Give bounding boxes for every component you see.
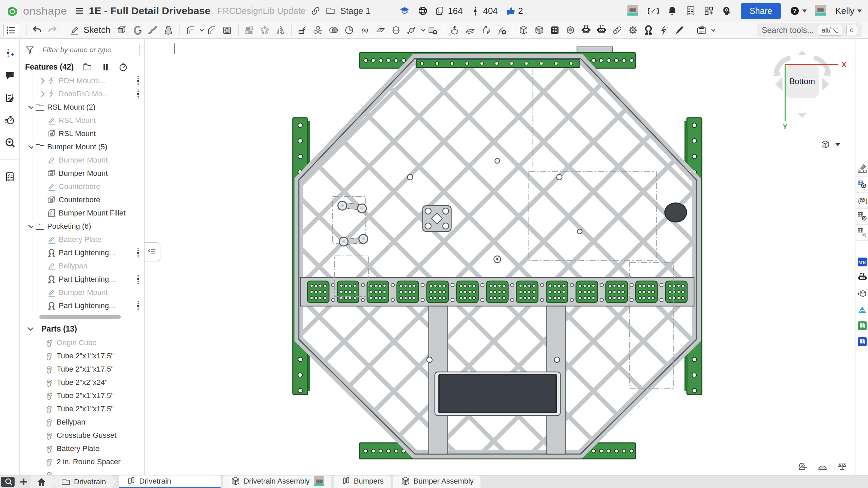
- filter-input[interactable]: [38, 43, 140, 57]
- mirror-tool-button[interactable]: [273, 23, 288, 37]
- feature-row[interactable]: Battery Plate: [20, 233, 144, 246]
- sketch-tool-button[interactable]: [67, 23, 83, 37]
- document-tab-drivetrain[interactable]: Drivetrain: [119, 475, 221, 488]
- chevron-right-icon[interactable]: [36, 89, 46, 99]
- chevron-down-icon[interactable]: [24, 221, 35, 232]
- robot-tool-button[interactable]: [594, 23, 610, 37]
- spark-tool-button[interactable]: [657, 23, 672, 37]
- document-tab-bumpers[interactable]: Bumpers: [334, 475, 391, 488]
- moveface-tool-button[interactable]: [478, 23, 494, 37]
- document-tab-drivetrain-assembly[interactable]: Drivetrain Assembly: [223, 475, 331, 488]
- circpat-tool-button[interactable]: [257, 23, 273, 37]
- cube-tool-button[interactable]: [516, 23, 532, 37]
- link-icon[interactable]: [310, 5, 320, 16]
- palette-panel-icon[interactable]: [855, 161, 868, 177]
- drag-handle-icon[interactable]: [136, 75, 140, 86]
- robot-panel-icon[interactable]: [855, 270, 868, 286]
- feature-row[interactable]: RoboRIO Mo...: [20, 87, 144, 100]
- document-tab-bumper-assembly[interactable]: Bumper Assembly: [393, 475, 480, 488]
- drag-handle-icon[interactable]: [136, 300, 140, 311]
- drag-handle-icon[interactable]: [136, 89, 140, 99]
- linpat-tool-button[interactable]: [242, 23, 257, 37]
- triangle-panel-icon[interactable]: [855, 302, 868, 318]
- share-button[interactable]: Share: [741, 3, 781, 19]
- feature-row[interactable]: Counterbore: [20, 193, 144, 206]
- model-viewport[interactable]: Bottom X Y: [145, 39, 855, 475]
- clamp-tool-button[interactable]: [641, 23, 657, 37]
- configcube-panel-icon[interactable]: {}: [855, 193, 868, 209]
- cubes3-tool-button[interactable]: [310, 23, 326, 37]
- tree-tool-button[interactable]: [3, 23, 19, 37]
- suppress-pause-icon[interactable]: [100, 61, 110, 72]
- sketch-tool-label[interactable]: Sketch: [83, 25, 111, 35]
- horizontal-scrollbar[interactable]: [39, 315, 121, 319]
- versions-count[interactable]: 404: [470, 5, 497, 16]
- feature-list-flyout-toggle[interactable]: [145, 242, 160, 261]
- sweep-tool-button[interactable]: [145, 23, 161, 37]
- feature-row[interactable]: RSL Mount (2): [20, 100, 144, 114]
- bookgreen-panel-icon[interactable]: [855, 318, 868, 334]
- chevron-down-icon[interactable]: [196, 25, 204, 36]
- protractor-icon[interactable]: [817, 462, 827, 472]
- part-row[interactable]: [20, 468, 144, 475]
- part-row[interactable]: Tube 2"x1"x17.5": [20, 349, 144, 362]
- drag-handle-icon[interactable]: [136, 274, 140, 285]
- featurescript-braces-icon[interactable]: {✓}: [648, 5, 659, 16]
- feature-row[interactable]: Bellypan: [20, 259, 144, 273]
- feature-row[interactable]: Bumper Mount Fillet: [20, 206, 144, 220]
- tablecube-panel-icon[interactable]: [855, 177, 868, 193]
- belt-tool-button[interactable]: [610, 23, 625, 37]
- feature-row[interactable]: Part Lightening...: [20, 246, 144, 259]
- tape-measure-icon[interactable]: [797, 462, 808, 472]
- part-row[interactable]: Bellypan: [20, 415, 144, 429]
- boolean-tool-button[interactable]: [326, 23, 342, 37]
- feature-row[interactable]: RSL Mount: [20, 127, 144, 140]
- user-menu[interactable]: Kelly: [835, 6, 862, 16]
- checklist-icon[interactable]: [4, 171, 15, 182]
- revolve-tool-button[interactable]: [130, 23, 145, 37]
- feature-row[interactable]: RSL Mount: [20, 114, 144, 127]
- delface-tool-button[interactable]: [494, 23, 510, 37]
- pushup-tool-button[interactable]: [447, 23, 463, 37]
- undo-tool-button[interactable]: [30, 23, 45, 37]
- feature-row[interactable]: Pocketing (6): [20, 220, 144, 233]
- holecube-tool-button[interactable]: [563, 23, 579, 37]
- chevron-right-icon[interactable]: [36, 75, 46, 86]
- dice-tool-button[interactable]: [547, 23, 563, 37]
- part-row[interactable]: Battery Plate: [20, 442, 144, 455]
- feature-row[interactable]: Part Lightening...: [20, 299, 144, 312]
- notifications-bell-icon[interactable]: [667, 5, 677, 16]
- chevron-down-icon[interactable]: [24, 142, 35, 152]
- split-tool-button[interactable]: [389, 23, 404, 37]
- chevron-down-icon[interactable]: [24, 102, 35, 113]
- document-thumbnail[interactable]: [627, 5, 640, 17]
- loft-tool-button[interactable]: [161, 23, 176, 37]
- mk-panel-icon[interactable]: MK: [855, 254, 868, 270]
- copies-count[interactable]: 164: [435, 5, 463, 16]
- parts-header[interactable]: Parts (13): [20, 321, 144, 336]
- drag-handle-icon[interactable]: [136, 247, 140, 258]
- hamburger-menu-icon[interactable]: [74, 5, 84, 16]
- chamfer-tool-button[interactable]: [204, 23, 220, 37]
- pen-tool-button[interactable]: [672, 23, 688, 37]
- extrude-tool-button[interactable]: [114, 23, 130, 37]
- gear-tool-button[interactable]: [625, 23, 641, 37]
- part-row[interactable]: Tube 2"x2"x24": [20, 376, 144, 389]
- view-cube[interactable]: Bottom X Y: [758, 43, 846, 132]
- chevron-down-icon[interactable]: [708, 25, 715, 36]
- stopwatch-icon[interactable]: [4, 115, 15, 126]
- feature-row[interactable]: Part Lightening...: [20, 273, 144, 286]
- cubearrow-panel-icon[interactable]: [855, 286, 868, 302]
- feature-row[interactable]: PDH Mounti...: [20, 74, 144, 87]
- breadcrumb-folder-tab[interactable]: Drivetrain: [55, 475, 116, 488]
- document-title[interactable]: 1E - Full Detail Drivebase: [89, 5, 210, 17]
- ai-advisor-icon[interactable]: [722, 5, 733, 16]
- tablevarx-panel-icon[interactable]: (x): [855, 225, 868, 241]
- derived-tool-button[interactable]: [295, 23, 310, 37]
- new-tab-button[interactable]: [16, 475, 31, 488]
- search-tools[interactable]: Search tools... alt/⌥ c: [757, 23, 862, 37]
- comment-icon[interactable]: [4, 70, 15, 81]
- searchgear-icon[interactable]: [4, 137, 15, 148]
- feature-row[interactable]: Counterbore: [20, 180, 144, 193]
- rollback-stopwatch-icon[interactable]: [118, 61, 128, 72]
